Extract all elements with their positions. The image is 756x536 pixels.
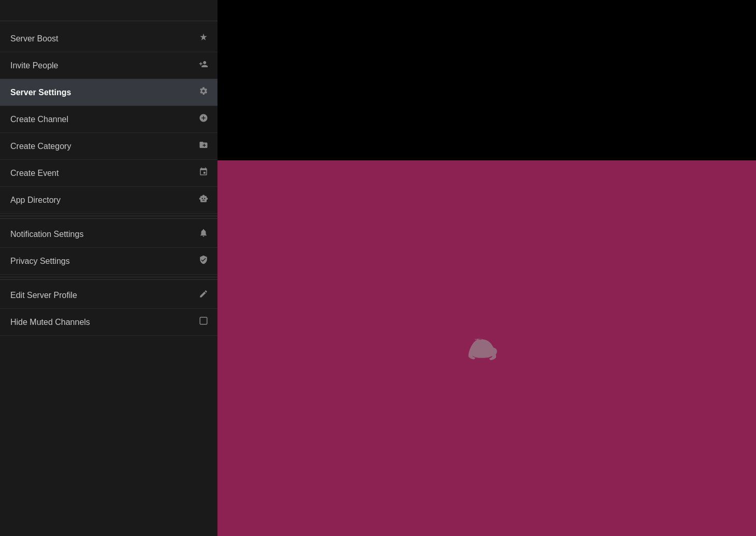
menu-item-create-channel[interactable]: Create Channel bbox=[0, 106, 217, 133]
svg-point-1 bbox=[477, 348, 484, 355]
menu-item-label-create-channel: Create Channel bbox=[10, 115, 68, 124]
menu-item-label-app-directory: App Directory bbox=[10, 196, 61, 205]
discord-logo bbox=[461, 327, 513, 369]
shield-icon bbox=[198, 255, 209, 267]
menu-item-hide-muted-channels[interactable]: Hide Muted Channels bbox=[0, 309, 217, 336]
context-menu: Server BoostInvite PeopleServer Settings… bbox=[0, 21, 217, 536]
bell-icon bbox=[198, 228, 209, 240]
menu-item-create-event[interactable]: Create Event bbox=[0, 160, 217, 187]
menu-item-edit-server-profile[interactable]: Edit Server Profile bbox=[0, 282, 217, 309]
gear-icon bbox=[198, 86, 209, 98]
plus-circle-icon bbox=[198, 113, 209, 125]
menu-item-label-notification-settings: Notification Settings bbox=[10, 230, 83, 239]
menu-item-server-settings[interactable]: Server Settings bbox=[0, 79, 217, 106]
boost-icon bbox=[198, 33, 209, 44]
right-panel bbox=[217, 0, 756, 536]
folder-plus-icon bbox=[198, 140, 209, 152]
svg-point-2 bbox=[490, 348, 497, 355]
robot-icon bbox=[198, 194, 209, 206]
menu-item-invite-people[interactable]: Invite People bbox=[0, 52, 217, 79]
left-panel: Server BoostInvite PeopleServer Settings… bbox=[0, 0, 217, 536]
menu-item-label-server-settings: Server Settings bbox=[10, 88, 71, 97]
calendar-plus-icon bbox=[198, 167, 209, 179]
menu-item-label-privacy-settings: Privacy Settings bbox=[10, 257, 70, 266]
pencil-icon bbox=[198, 289, 209, 301]
right-top-area bbox=[217, 0, 756, 160]
menu-item-label-server-boost: Server Boost bbox=[10, 34, 58, 43]
svg-rect-0 bbox=[200, 317, 207, 324]
menu-item-label-invite-people: Invite People bbox=[10, 61, 59, 70]
right-content-area bbox=[217, 160, 756, 536]
menu-item-create-category[interactable]: Create Category bbox=[0, 133, 217, 160]
menu-item-privacy-settings[interactable]: Privacy Settings bbox=[0, 248, 217, 275]
menu-item-notification-settings[interactable]: Notification Settings bbox=[0, 221, 217, 248]
menu-item-label-edit-server-profile: Edit Server Profile bbox=[10, 291, 77, 300]
menu-item-label-hide-muted-channels: Hide Muted Channels bbox=[10, 318, 90, 327]
menu-item-label-create-event: Create Event bbox=[10, 169, 59, 178]
menu-item-app-directory[interactable]: App Directory bbox=[0, 187, 217, 214]
title-bar bbox=[0, 0, 217, 21]
checkbox-icon bbox=[198, 316, 209, 328]
menu-item-server-boost[interactable]: Server Boost bbox=[0, 25, 217, 52]
invite-icon bbox=[198, 59, 209, 71]
menu-item-label-create-category: Create Category bbox=[10, 142, 71, 151]
